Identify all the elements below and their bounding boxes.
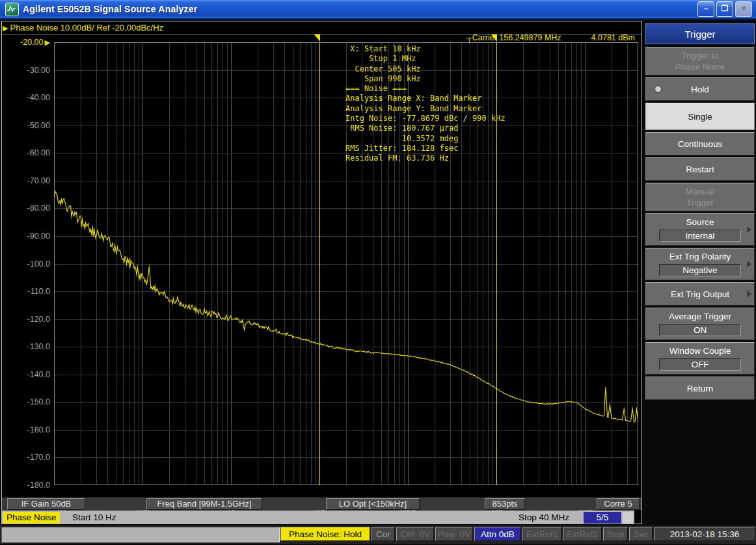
- y-tick-label: -120.0: [2, 315, 50, 324]
- status-segment-extref2: ExtRef2: [563, 527, 602, 541]
- softkey-single[interactable]: Single: [645, 103, 755, 130]
- status-segment-attn-0db: Attn 0dB: [474, 527, 521, 541]
- title-bar: Agilent E5052B Signal Source Analyzer –❐…: [0, 0, 756, 20]
- softkey-label: Ext Trig Output: [647, 289, 753, 300]
- sidebar-menu: Trigger to Phase NoiseHoldSingleContinuo…: [645, 47, 755, 400]
- y-tick-label: -100.0: [2, 259, 50, 269]
- page-indicator: 5/5: [584, 512, 621, 524]
- softkey-label: Window Couple: [647, 345, 753, 356]
- submenu-arrow-icon: [747, 261, 751, 267]
- status-segment-extref1: ExtRef1: [522, 527, 561, 541]
- softkey-label: Source: [647, 217, 753, 228]
- softkey-label: Average Trigger: [647, 311, 753, 322]
- application-window: Agilent E5052B Signal Source Analyzer –❐…: [0, 0, 756, 545]
- y-tick-label: -160.0: [2, 425, 50, 434]
- softkey-label: Trigger to Phase Noise: [647, 50, 753, 72]
- noise-analysis-readout: X: Start 10 kHz Stop 1 MHz Center 505 kH…: [345, 44, 506, 164]
- softkey-value: Negative: [659, 264, 741, 276]
- status-segment-svc: Svc: [629, 527, 653, 541]
- softkey-menu-title: Trigger: [645, 23, 755, 44]
- status-segment-2013-02-18-15-36: 2013-02-18 15:36: [654, 527, 755, 541]
- status-box: IF Gain 50dB: [7, 498, 85, 510]
- y-tick-label: -90.00: [2, 232, 50, 241]
- trace-indicator-icon: ▶: [3, 22, 8, 34]
- softkey-hold[interactable]: Hold: [645, 77, 755, 101]
- y-tick-label: -170.0: [2, 453, 50, 462]
- band-marker-flag-icon[interactable]: [491, 34, 497, 42]
- status-box: 853pts: [485, 498, 525, 510]
- softkey-source[interactable]: SourceInternal: [645, 213, 755, 246]
- app-icon: [5, 3, 19, 16]
- instrument-status-bar: Phase Noise: HoldCorCtrl 0VPow 0VAttn 0d…: [0, 525, 756, 544]
- softkey-average-trigger[interactable]: Average TriggerON: [645, 308, 755, 340]
- y-tick-label: -20.00▶: [2, 38, 50, 47]
- softkey-restart[interactable]: Restart: [645, 157, 755, 181]
- status-segment-pow-0v: Pow 0V: [435, 527, 473, 541]
- carrier-frequency: ┬Carrier 156.249879 MHz: [466, 34, 561, 42]
- phase-noise-plot-panel: ▶ Phase Noise 10.00dB/ Ref -20.00dBc/Hz …: [1, 21, 642, 524]
- softkey-return[interactable]: Return: [645, 377, 755, 400]
- softkey-continuous[interactable]: Continuous: [645, 132, 755, 155]
- y-tick-label: -110.0: [2, 287, 50, 296]
- y-tick-label: -130.0: [2, 342, 50, 351]
- close-button[interactable]: ×: [735, 1, 752, 17]
- y-tick-label: -50.00: [2, 121, 50, 130]
- status-segment-ctrl-0v: Ctrl 0V: [396, 527, 434, 541]
- window-title: Agilent E5052B Signal Source Analyzer: [23, 4, 197, 14]
- y-tick-label: -30.00: [2, 66, 50, 75]
- softkey-sidebar: Trigger Trigger to Phase NoiseHoldSingle…: [645, 23, 755, 402]
- status-segment-stop: Stop: [603, 527, 628, 541]
- window-controls: –❐×: [697, 1, 752, 17]
- status-segment-phase-noise-hold: Phase Noise: Hold: [280, 527, 370, 541]
- y-tick-label: -60.00: [2, 148, 50, 157]
- carrier-power: 4.0781 dBm: [591, 34, 635, 42]
- trace-scale-label: Phase Noise 10.00dB/ Ref -20.00dBc/Hz: [10, 22, 163, 34]
- y-tick-label: -150.0: [2, 397, 50, 406]
- trace-header: ▶ Phase Noise 10.00dB/ Ref -20.00dBc/Hz: [2, 21, 641, 34]
- softkey-trigger-to-phase-noise: Trigger to Phase Noise: [645, 47, 755, 75]
- softkey-value: ON: [659, 324, 741, 336]
- softkey-label: Single: [647, 111, 753, 122]
- submenu-arrow-icon: [747, 226, 751, 233]
- y-tick-label: -70.00: [2, 176, 50, 185]
- carrier-marker-icon: ┬: [466, 33, 472, 42]
- softkey-ext-trig-polarity[interactable]: Ext Trig PolarityNegative: [645, 248, 755, 280]
- measurement-status-bar: IF Gain 50dBFreq Band [99M-1.5GHz]LO Opt…: [2, 497, 641, 510]
- y-tick-label: -140.0: [2, 370, 50, 379]
- band-marker-flag-icon[interactable]: [314, 34, 320, 42]
- sweep-status-bar: Phase Noise Start 10 Hz Stop 40 MHz 5/5: [2, 511, 634, 524]
- softkey-label: Continuous: [647, 139, 753, 150]
- softkey-value: OFF: [659, 358, 741, 371]
- softkey-label: Ext Trig Polarity: [647, 251, 753, 262]
- status-box: Freq Band [99M-1.5GHz]: [146, 498, 262, 510]
- y-tick-label: -180.0: [2, 481, 50, 490]
- softkey-label: Restart: [647, 164, 753, 175]
- softkey-ext-trig-output[interactable]: Ext Trig Output: [645, 282, 755, 306]
- restore-button[interactable]: ❐: [716, 1, 733, 17]
- softkey-label: Manual Trigger: [647, 186, 753, 208]
- submenu-arrow-icon: [747, 291, 751, 297]
- y-tick-label: -40.00: [2, 93, 50, 102]
- softkey-label: Return: [647, 383, 753, 394]
- sweep-start-label: Start 10 Hz: [72, 512, 116, 524]
- softkey-manual-trigger: Manual Trigger: [645, 183, 755, 211]
- status-bar-tail: [623, 512, 633, 524]
- softkey-label: Hold: [647, 84, 753, 95]
- status-box: LO Opt [<150kHz]: [326, 498, 420, 510]
- ref-level-marker-icon: ▶: [45, 38, 50, 46]
- sweep-stop-label: Stop 40 MHz: [519, 512, 569, 524]
- message-area: [1, 527, 280, 542]
- softkey-value: Internal: [659, 230, 741, 242]
- status-box: Corre 5: [597, 498, 640, 510]
- minimize-button[interactable]: –: [697, 1, 714, 17]
- mode-badge: Phase Noise: [3, 512, 60, 524]
- selected-radio-indicator: [655, 86, 662, 93]
- softkey-window-couple[interactable]: Window CoupleOFF: [645, 342, 755, 375]
- y-tick-label: -80.00: [2, 204, 50, 213]
- status-segment-cor: Cor: [371, 527, 395, 541]
- status-segments: Phase Noise: HoldCorCtrl 0VPow 0VAttn 0d…: [280, 527, 755, 541]
- carrier-readout: ┬Carrier 156.249879 MHz 4.0781 dBm: [2, 34, 641, 42]
